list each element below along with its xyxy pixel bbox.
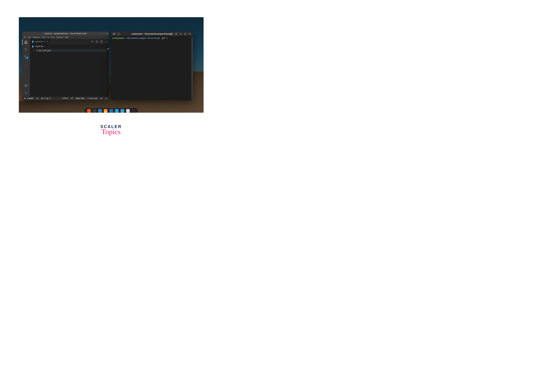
activity-explorer[interactable] (24, 40, 28, 44)
dock-app-8[interactable] (126, 109, 130, 113)
editor-more-button[interactable]: … (105, 40, 107, 43)
bell-icon (105, 97, 107, 100)
terminal-tab-dropdown[interactable] (117, 32, 120, 35)
menu-edit[interactable]: Edit (28, 36, 31, 38)
dock-app-5[interactable] (109, 109, 113, 113)
terminal-command: git (161, 37, 167, 39)
terminal-minimize-button[interactable] (179, 32, 182, 35)
error-icon (41, 97, 43, 99)
tab-modified-flag: U (44, 41, 45, 43)
svg-point-6 (25, 92, 26, 93)
line-gutter: 1 (30, 48, 36, 97)
terminal-maximize-button[interactable] (183, 32, 187, 35)
git-pr-button[interactable] (96, 40, 98, 43)
svg-point-16 (88, 98, 89, 98)
dock-app-6[interactable] (115, 109, 119, 113)
dock-show-apps[interactable]: ⋯ (132, 109, 135, 113)
chevron-down-icon (118, 33, 120, 35)
close-icon (189, 33, 191, 35)
terminal-scrollbar[interactable] (192, 37, 193, 99)
svg-point-11 (24, 98, 25, 98)
dock-app-7[interactable] (121, 109, 124, 113)
maximize-icon (184, 33, 186, 35)
split-editor-button[interactable] (100, 40, 103, 43)
window-minimize-button[interactable]: – (100, 33, 102, 34)
activity-search[interactable] (24, 47, 28, 52)
status-feedback[interactable] (100, 97, 102, 100)
menu-view[interactable]: View (42, 36, 46, 38)
svg-point-18 (171, 33, 172, 34)
terminal-search-button[interactable] (170, 32, 173, 35)
tab-name-txt[interactable]: name.txt U × (30, 39, 50, 44)
breadcrumbs[interactable]: name.txt (30, 44, 109, 48)
minimize-icon (180, 33, 182, 35)
status-errors-count: 0 (44, 97, 45, 99)
split-editor-icon (100, 40, 103, 43)
dock-app-4[interactable] (104, 109, 107, 113)
svg-point-2 (25, 57, 25, 58)
window-close-button[interactable]: × (106, 33, 108, 34)
status-branch[interactable]: master* (24, 97, 34, 99)
prompt-path: ~/Documents/sample-directory (125, 37, 158, 39)
svg-point-7 (96, 41, 97, 41)
terminal-titlebar[interactable]: sufiyan@sk: ~/Documents/sample-directory (111, 32, 193, 36)
broadcast-icon (87, 97, 90, 99)
terminal-cursor (167, 37, 167, 39)
activity-source-control[interactable]: 1 (24, 55, 28, 59)
activity-accounts[interactable] (24, 83, 28, 88)
status-bar: master* 0 0 UTF-8 LF Plain Text Go Live (22, 97, 109, 100)
dock-app-1[interactable] (87, 109, 91, 113)
svg-point-0 (25, 48, 27, 50)
git-branch-icon (24, 97, 26, 99)
tab-close-button[interactable]: × (47, 41, 48, 43)
menu-go[interactable]: Go (47, 36, 50, 38)
editor-tabs: name.txt U × … (30, 39, 109, 44)
line-number-1: 1 (30, 49, 34, 52)
status-go-live[interactable]: Go Live (87, 97, 97, 99)
vscode-titlebar[interactable]: name.txt - sample-directory - Visual Stu… (22, 32, 109, 35)
window-maximize-button[interactable]: ▢ (103, 33, 105, 34)
terminal-body[interactable]: sufiyan@sk:~/Documents/sample-directory$… (111, 36, 193, 100)
brand-logo: SCALER Topics (100, 124, 122, 136)
status-encoding[interactable]: UTF-8 (62, 97, 68, 99)
status-eol[interactable]: LF (71, 97, 73, 99)
dock-app-3[interactable] (98, 109, 102, 113)
line-1-content: I am Sufiyan (36, 49, 109, 52)
search-icon (171, 33, 172, 35)
overview-marker (107, 48, 109, 49)
status-notifications[interactable] (105, 97, 107, 100)
desktop-wallpaper: name.txt - sample-directory - Visual Stu… (19, 17, 204, 113)
tab-filename: name.txt (35, 41, 43, 43)
activity-bar: 1 … (22, 39, 30, 97)
activity-settings[interactable] (24, 91, 28, 95)
status-go-live-label: Go Live (90, 97, 97, 99)
menu-file[interactable]: File (24, 36, 26, 38)
status-sync[interactable] (36, 97, 39, 100)
run-button[interactable] (91, 40, 94, 43)
terminal-close-button[interactable] (188, 32, 192, 35)
status-branch-name: master* (27, 97, 34, 99)
activity-more[interactable]: … (24, 62, 28, 66)
menu-selection[interactable]: Selection (33, 36, 40, 38)
terminal-menu-button[interactable] (174, 32, 178, 35)
menu-help[interactable]: Help (65, 36, 68, 38)
status-problems[interactable]: 0 0 (41, 97, 50, 99)
vscode-window-title: name.txt - sample-directory - Visual Stu… (45, 33, 87, 35)
terminal-new-tab-button[interactable] (112, 32, 116, 35)
overview-ruler[interactable] (106, 48, 109, 97)
svg-rect-19 (185, 33, 186, 34)
menu-terminal[interactable]: Terminal (56, 36, 63, 38)
scm-badge: 1 (26, 57, 28, 59)
megaphone-icon (100, 97, 102, 100)
status-language[interactable]: Plain Text (76, 97, 84, 99)
vscode-window: name.txt - sample-directory - Visual Stu… (22, 32, 109, 100)
dock: ⋯ (84, 108, 138, 113)
prompt-dollar: $ (158, 37, 160, 39)
dock-app-2[interactable] (93, 109, 96, 113)
menu-run[interactable]: Run (51, 36, 55, 38)
svg-point-8 (96, 42, 97, 43)
files-icon (24, 41, 28, 44)
cloud-sync-icon (36, 97, 39, 100)
code-editor[interactable]: 1 I am Sufiyan (30, 48, 109, 97)
file-icon (32, 45, 34, 48)
